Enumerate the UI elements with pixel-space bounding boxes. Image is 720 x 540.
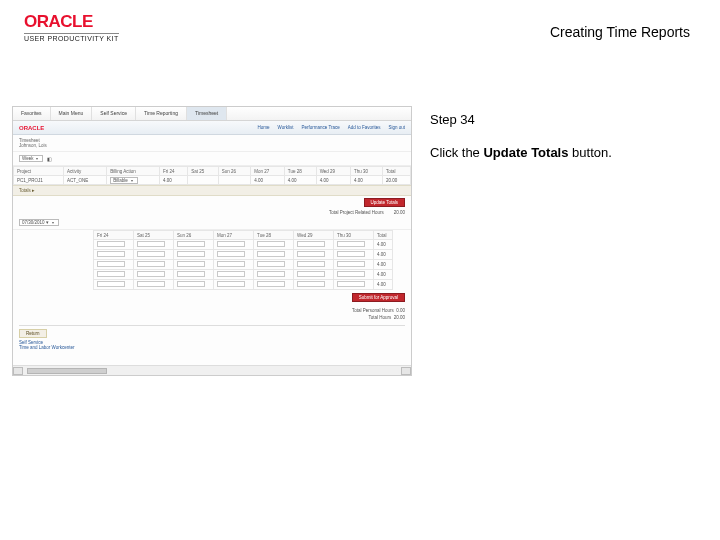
hours-input[interactable] — [177, 261, 205, 267]
hours-input[interactable] — [137, 281, 165, 287]
scroll-thumb[interactable] — [27, 368, 107, 374]
tab-favorites[interactable]: Favorites — [13, 107, 51, 120]
app-oracle-logo: ORACLE — [19, 125, 44, 131]
hours-input[interactable] — [257, 281, 285, 287]
hours-input[interactable] — [97, 271, 125, 277]
hours-input[interactable] — [297, 271, 325, 277]
p-col-fri: Fri 24 — [94, 231, 134, 240]
hours-input[interactable] — [337, 261, 365, 267]
hours-input[interactable] — [177, 271, 205, 277]
cell-total: 20.00 — [383, 176, 411, 185]
app-brandbar: ORACLE Home Worklist Performance Trace A… — [13, 121, 411, 135]
hours-input[interactable] — [217, 271, 245, 277]
table-row: 4.00 — [94, 270, 393, 280]
tab-self-service[interactable]: Self Service — [92, 107, 136, 120]
hours-input[interactable] — [97, 261, 125, 267]
nav-add-favorites[interactable]: Add to Favorites — [348, 125, 381, 130]
personal-hours-table: Fri 24 Sat 25 Sun 26 Mon 27 Tue 28 Wed 2… — [93, 230, 393, 290]
hours-input[interactable] — [257, 261, 285, 267]
cell-activity: ACT_ONE — [64, 176, 107, 185]
p-col-thu: Thu 30 — [334, 231, 374, 240]
cell-thu[interactable]: 4.00 — [350, 176, 382, 185]
nav-sign-out[interactable]: Sign out — [388, 125, 405, 130]
hours-input[interactable] — [337, 281, 365, 287]
hours-input[interactable] — [257, 271, 285, 277]
step-body: Click the Update Totals button. — [430, 145, 680, 160]
col-sun: Sun 26 — [218, 167, 250, 176]
table-row: PC1_PROJ1 ACT_ONE Billable 4.00 4.00 4.0… — [14, 176, 411, 185]
cell-tue[interactable]: 4.00 — [284, 176, 316, 185]
hours-input[interactable] — [137, 241, 165, 247]
hours-input[interactable] — [177, 251, 205, 257]
hours-input[interactable] — [137, 251, 165, 257]
total-project-hours-value: 20.00 — [394, 210, 405, 215]
hours-input[interactable] — [97, 241, 125, 247]
submit-for-approval-button[interactable]: Submit for Approval — [352, 293, 405, 302]
totals-section-tab[interactable]: Totals ▸ — [13, 185, 411, 196]
date-select[interactable]: 07/30/2010 ▾ — [19, 219, 59, 226]
global-nav-links: Home Worklist Performance Trace Add to F… — [258, 125, 405, 130]
hours-input[interactable] — [257, 241, 285, 247]
cell-wed[interactable]: 4.00 — [316, 176, 350, 185]
nav-worklist[interactable]: Worklist — [278, 125, 294, 130]
hours-input[interactable] — [297, 281, 325, 287]
hours-input[interactable] — [337, 271, 365, 277]
row-total: 4.00 — [374, 250, 393, 260]
cell-sun[interactable] — [218, 176, 250, 185]
calendar-icon[interactable]: ◧ — [47, 156, 52, 162]
cell-mon[interactable]: 4.00 — [251, 176, 285, 185]
row-total: 4.00 — [374, 270, 393, 280]
hours-input[interactable] — [257, 251, 285, 257]
col-thu: Thu 30 — [350, 167, 382, 176]
billing-select[interactable]: Billable — [110, 177, 138, 184]
step-body-suffix: button. — [568, 145, 611, 160]
hours-input[interactable] — [217, 251, 245, 257]
p-col-sun: Sun 26 — [174, 231, 214, 240]
cell-sat[interactable] — [188, 176, 219, 185]
summary-value-personal: 0.00 — [396, 308, 405, 313]
hours-input[interactable] — [217, 261, 245, 267]
hours-input[interactable] — [97, 281, 125, 287]
tab-time-reporting[interactable]: Time Reporting — [136, 107, 187, 120]
p-col-sat: Sat 25 — [134, 231, 174, 240]
period-select[interactable]: Week — [19, 155, 43, 162]
hours-input[interactable] — [297, 251, 325, 257]
horizontal-scrollbar[interactable] — [13, 365, 411, 375]
nav-home[interactable]: Home — [258, 125, 270, 130]
hours-input[interactable] — [337, 251, 365, 257]
table-row: 4.00 — [94, 280, 393, 290]
col-tue: Tue 28 — [284, 167, 316, 176]
col-project: Project — [14, 167, 64, 176]
hours-input[interactable] — [217, 281, 245, 287]
p-col-mon: Mon 27 — [214, 231, 254, 240]
return-button[interactable]: Return — [19, 329, 47, 338]
tab-main-menu[interactable]: Main Menu — [51, 107, 93, 120]
tab-timesheet[interactable]: Timesheet — [187, 107, 227, 120]
hours-input[interactable] — [137, 271, 165, 277]
hours-input[interactable] — [217, 241, 245, 247]
row-total: 4.00 — [374, 240, 393, 250]
cell-project: PC1_PROJ1 — [14, 176, 64, 185]
nav-perf-trace[interactable]: Performance Trace — [301, 125, 339, 130]
hours-input[interactable] — [177, 241, 205, 247]
hours-input[interactable] — [337, 241, 365, 247]
hours-input[interactable] — [297, 261, 325, 267]
hours-input[interactable] — [97, 251, 125, 257]
step-body-prefix: Click the — [430, 145, 483, 160]
footer-link-tl-workcenter[interactable]: Time and Labor Workcenter — [19, 345, 405, 350]
update-totals-button[interactable]: Update Totals — [364, 198, 405, 207]
col-mon: Mon 27 — [251, 167, 285, 176]
date-panel: 07/30/2010 ▾ — [13, 216, 411, 230]
cell-fri[interactable]: 4.00 — [159, 176, 187, 185]
scroll-right-icon[interactable] — [401, 367, 411, 375]
summary-value-total: 20.00 — [394, 315, 405, 320]
col-activity: Activity — [64, 167, 107, 176]
scroll-left-icon[interactable] — [13, 367, 23, 375]
hours-input[interactable] — [177, 281, 205, 287]
table-row: 4.00 — [94, 260, 393, 270]
p-col-total: Total — [374, 231, 393, 240]
hours-input[interactable] — [137, 261, 165, 267]
hours-input[interactable] — [297, 241, 325, 247]
col-billing: Billing Action — [107, 167, 160, 176]
summary-block: Total Personal Hours 0.00 Total Hours 20… — [13, 305, 411, 323]
